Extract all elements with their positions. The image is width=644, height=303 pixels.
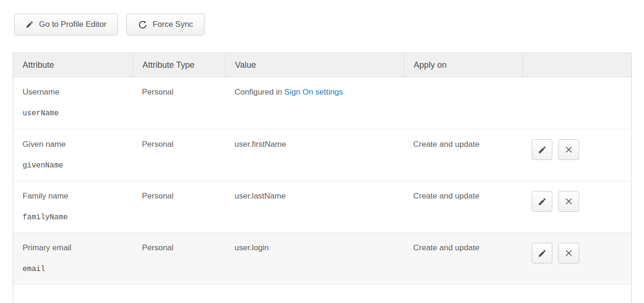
table-row-given-name: Given name givenName Personal user.first… <box>13 129 631 181</box>
edit-mapping-button[interactable] <box>532 191 552 212</box>
pencil-icon <box>25 20 34 29</box>
attribute-label: Primary email <box>23 243 128 253</box>
sign-on-settings-link[interactable]: Sign On settings <box>284 88 343 96</box>
column-header-attribute: Attribute <box>13 53 133 77</box>
table-row-family-name: Family name familyName Personal user.las… <box>13 181 631 232</box>
apply-on-value: Create and update <box>413 191 518 201</box>
attribute-label: Username <box>23 87 128 97</box>
delete-mapping-button[interactable] <box>558 243 579 263</box>
attribute-mappings-table: Attribute Attribute Type Value Apply on … <box>13 53 632 303</box>
column-header-attribute-type: Attribute Type <box>133 53 225 77</box>
delete-mapping-button[interactable] <box>558 139 579 160</box>
toolbar: Go to Profile Editor Force Sync <box>14 14 644 35</box>
attribute-variable-name: email <box>23 264 128 274</box>
table-row-primary-email: Primary email email Personal user.login … <box>13 232 631 284</box>
pencil-icon <box>538 145 547 154</box>
apply-on-value: Create and update <box>413 243 518 253</box>
column-header-apply-on: Apply on <box>404 53 522 77</box>
edit-mapping-button[interactable] <box>532 139 552 160</box>
go-to-profile-editor-label: Go to Profile Editor <box>39 20 107 29</box>
attribute-variable-name: userName <box>23 109 128 118</box>
pencil-icon <box>538 197 547 206</box>
attribute-value: user.login <box>235 243 399 253</box>
attribute-type: Personal <box>142 139 220 150</box>
attribute-mappings-table-container: Attribute Attribute Type Value Apply on … <box>13 53 631 303</box>
row-actions <box>532 243 627 263</box>
table-row-partial <box>13 284 631 303</box>
attribute-type: Personal <box>142 243 220 253</box>
attribute-type: Personal <box>142 87 220 97</box>
delete-mapping-button[interactable] <box>558 191 579 212</box>
attribute-label: Family name <box>23 191 128 201</box>
force-sync-label: Force Sync <box>153 20 193 29</box>
row-actions <box>532 139 627 160</box>
row-actions <box>532 191 627 212</box>
attribute-type: Personal <box>142 191 220 201</box>
close-icon <box>565 197 573 206</box>
refresh-icon <box>138 20 148 30</box>
close-icon <box>565 249 573 257</box>
go-to-profile-editor-button[interactable]: Go to Profile Editor <box>14 14 118 35</box>
column-header-actions <box>522 53 631 77</box>
attribute-value: Configured in Sign On settings <box>235 87 399 97</box>
attribute-label: Given name <box>23 139 128 150</box>
attribute-value: user.lastName <box>235 191 399 201</box>
attribute-variable-name: familyName <box>23 213 128 222</box>
force-sync-button[interactable]: Force Sync <box>126 14 204 35</box>
attribute-value: user.firstName <box>235 139 399 150</box>
attribute-mappings-page: Go to Profile Editor Force Sync Attribut… <box>0 0 644 303</box>
edit-mapping-button[interactable] <box>532 243 552 263</box>
pencil-icon <box>538 249 547 258</box>
table-header-row: Attribute Attribute Type Value Apply on <box>13 53 631 77</box>
apply-on-value: Create and update <box>413 139 518 150</box>
value-prefix-text: Configured in <box>235 88 284 96</box>
close-icon <box>565 145 573 154</box>
column-header-value: Value <box>225 53 404 77</box>
table-row-username: Username userName Personal Configured in… <box>13 77 631 129</box>
attribute-variable-name: givenName <box>23 161 128 170</box>
